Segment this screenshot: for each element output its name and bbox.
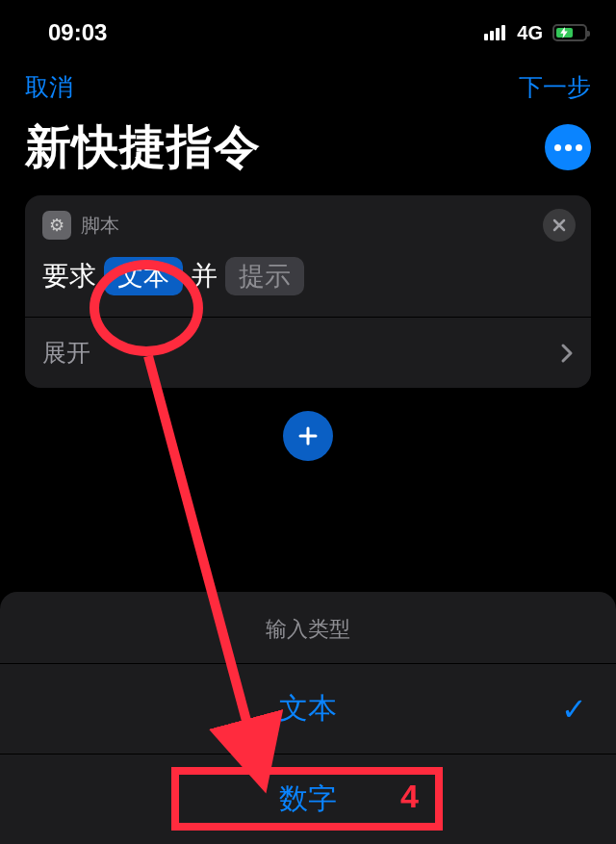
picker-title: 输入类型 [0, 611, 616, 663]
status-time: 09:03 [48, 19, 107, 46]
more-options-button[interactable] [545, 124, 591, 170]
picker-option-text[interactable]: 文本 ✓ [0, 663, 616, 754]
picker-option-label: 文本 [279, 689, 337, 729]
input-type-token[interactable]: 文本 [104, 257, 183, 295]
remove-action-button[interactable] [543, 209, 576, 242]
checkmark-icon: ✓ [561, 691, 587, 728]
prompt-token[interactable]: 提示 [225, 257, 304, 295]
battery-icon [552, 24, 587, 41]
ellipsis-icon [554, 144, 582, 151]
close-icon [552, 218, 566, 232]
action-middle: 并 [191, 258, 218, 294]
cellular-signal-icon [484, 25, 505, 40]
script-app-icon: ⚙ [42, 211, 71, 240]
picker-option-label: 数字 [279, 780, 337, 819]
page-title: 新快捷指令 [25, 116, 261, 178]
status-indicators: 4G [484, 22, 587, 44]
network-label: 4G [517, 22, 543, 44]
action-body: 要求 文本 并 提示 [25, 245, 591, 317]
expand-label: 展开 [42, 337, 90, 369]
action-card: ⚙ 脚本 要求 文本 并 提示 展开 [25, 195, 591, 388]
expand-row[interactable]: 展开 [25, 317, 591, 388]
nav-bar: 取消 下一步 [0, 58, 616, 113]
chevron-right-icon [560, 343, 574, 364]
plus-icon [296, 424, 320, 448]
cancel-button[interactable]: 取消 [25, 71, 73, 103]
next-button[interactable]: 下一步 [519, 71, 591, 103]
add-action-row [0, 411, 616, 461]
input-type-picker: 输入类型 文本 ✓ 数字 [0, 592, 616, 844]
picker-option-number[interactable]: 数字 [0, 754, 616, 844]
add-action-button[interactable] [283, 411, 333, 461]
action-prefix: 要求 [42, 258, 96, 294]
status-bar: 09:03 4G [0, 0, 616, 58]
title-row: 新快捷指令 [0, 113, 616, 195]
action-card-header: ⚙ 脚本 [25, 195, 591, 245]
action-category-label: 脚本 [81, 213, 119, 239]
